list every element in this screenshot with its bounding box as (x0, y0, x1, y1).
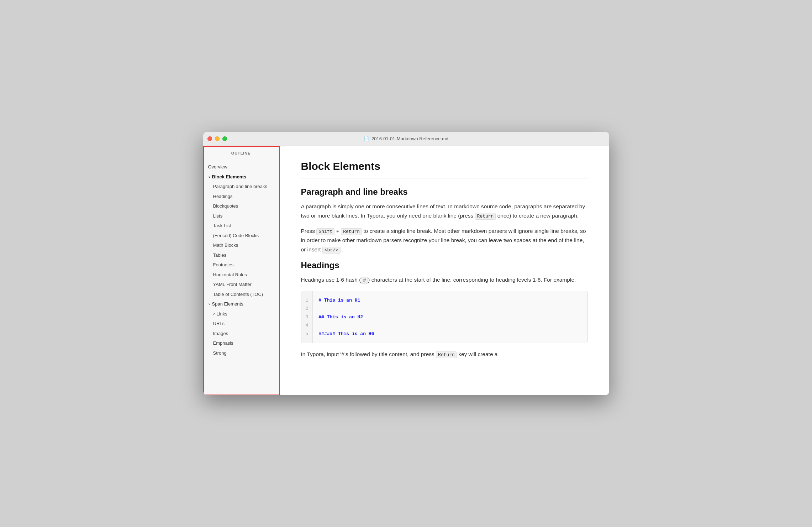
sidebar-item-strong-label: Strong (213, 350, 227, 357)
code-line-4 (318, 321, 374, 329)
sidebar-item-tables-label: Tables (213, 252, 227, 259)
close-button[interactable] (207, 136, 212, 141)
line-num-2: 2 (306, 304, 309, 313)
sidebar-item-block-elements-label: Block Elements (212, 173, 247, 181)
code-line-3: ## This is an H2 (318, 313, 374, 321)
sidebar-item-urls[interactable]: URLs (203, 319, 279, 329)
sidebar-item-overview-label: Overview (208, 163, 227, 171)
sidebar-item-math-blocks[interactable]: Math Blocks (203, 240, 279, 250)
sidebar-item-yaml[interactable]: YAML Front Matter (203, 280, 279, 289)
sidebar-item-images[interactable]: Images (203, 329, 279, 339)
inline-code-return-3: Return (436, 351, 457, 358)
line-num-3: 3 (306, 313, 309, 321)
minimize-button[interactable] (215, 136, 220, 141)
sidebar-item-code-blocks-label: (Fenced) Code Blocks (213, 232, 259, 239)
sidebar-item-span-elements-label: Span Elements (212, 301, 243, 308)
sidebar-item-tables[interactable]: Tables (203, 250, 279, 260)
sidebar-item-task-list[interactable]: Task List (203, 221, 279, 231)
window-title: 📄 2016-01-01-Markdown Reference.md (364, 136, 448, 141)
sidebar-item-lists[interactable]: Lists (203, 211, 279, 221)
code-line-2 (318, 304, 374, 313)
code-block-headings: 1 2 3 4 5 # This is an H1 ## This is an … (301, 291, 588, 343)
line-num-5: 5 (306, 330, 309, 338)
traffic-lights (207, 136, 227, 141)
main-heading: Block Elements (301, 160, 588, 178)
headings-description: Headings use 1-6 hash (#) characters at … (301, 275, 588, 285)
sidebar-item-blockquotes[interactable]: Blockquotes (203, 201, 279, 211)
sidebar-item-emphasis-label: Emphasis (213, 340, 233, 347)
sidebar-item-task-list-label: Task List (213, 222, 231, 229)
sidebar-item-links-label: Links (216, 311, 227, 318)
line-num-4: 4 (306, 321, 309, 329)
window-title-text: 2016-01-01-Markdown Reference.md (371, 136, 448, 141)
sidebar-item-span-elements[interactable]: ∨ Span Elements (203, 299, 279, 309)
inline-code-br: <br/> (322, 247, 341, 254)
inline-code-shift: Shift (316, 228, 334, 235)
titlebar: 📄 2016-01-01-Markdown Reference.md (203, 132, 609, 146)
arrow-right-icon: > (213, 311, 215, 317)
inline-code-return-2: Return (341, 228, 362, 235)
section-heading-headings: Headings (301, 260, 588, 270)
sidebar-item-yaml-label: YAML Front Matter (213, 281, 252, 288)
sidebar: OUTLINE Overview ∨ Block Elements Paragr… (203, 146, 280, 395)
inline-code-return-1: Return (475, 213, 496, 220)
sidebar-item-block-elements[interactable]: ∨ Block Elements (203, 172, 279, 182)
sidebar-item-urls-label: URLs (213, 320, 225, 327)
main-layout: OUTLINE Overview ∨ Block Elements Paragr… (203, 146, 609, 395)
chevron-down-icon: ∨ (208, 174, 211, 179)
paragraph-text-1: A paragraph is simply one or more consec… (301, 202, 588, 221)
code-content: # This is an H1 ## This is an H2 ###### … (313, 291, 380, 343)
content-area: Block Elements Paragraph and line breaks… (280, 146, 609, 395)
sidebar-item-overview[interactable]: Overview (203, 162, 279, 172)
sidebar-item-code-blocks[interactable]: (Fenced) Code Blocks (203, 231, 279, 241)
code-block-inner: 1 2 3 4 5 # This is an H1 ## This is an … (301, 291, 587, 343)
sidebar-item-blockquotes-label: Blockquotes (213, 203, 238, 210)
sidebar-item-footnotes-label: Footnotes (213, 261, 234, 268)
paragraph-text-2: Press Shift + Return to create a single … (301, 226, 588, 255)
sidebar-title: OUTLINE (203, 146, 279, 159)
code-line-5: ###### This is an H6 (318, 330, 374, 338)
headings-after-code: In Typora, input '#'s followed by title … (301, 350, 588, 359)
sidebar-item-images-label: Images (213, 330, 228, 337)
sidebar-item-headings[interactable]: Headings (203, 192, 279, 202)
code-line-1: # This is an H1 (318, 296, 374, 304)
sidebar-item-emphasis[interactable]: Emphasis (203, 338, 279, 348)
sidebar-item-links[interactable]: > Links (203, 309, 279, 319)
chevron-down-icon-span: ∨ (208, 301, 211, 307)
sidebar-item-toc[interactable]: Table of Contents (TOC) (203, 289, 279, 299)
sidebar-item-paragraph-label: Paragraph and line breaks (213, 183, 268, 190)
sidebar-item-headings-label: Headings (213, 193, 233, 200)
line-numbers: 1 2 3 4 5 (301, 291, 313, 343)
line-num-1: 1 (306, 296, 309, 304)
maximize-button[interactable] (222, 136, 227, 141)
sidebar-item-toc-label: Table of Contents (TOC) (213, 291, 263, 298)
sidebar-item-strong[interactable]: Strong (203, 348, 279, 358)
app-window: 📄 2016-01-01-Markdown Reference.md OUTLI… (203, 132, 609, 395)
sidebar-item-footnotes[interactable]: Footnotes (203, 260, 279, 270)
section-heading-paragraph: Paragraph and line breaks (301, 187, 588, 197)
doc-icon: 📄 (364, 136, 369, 141)
inline-code-hash: # (361, 277, 368, 284)
sidebar-item-lists-label: Lists (213, 213, 223, 220)
sidebar-item-math-blocks-label: Math Blocks (213, 242, 238, 249)
sidebar-item-horizontal-rules[interactable]: Horizontal Rules (203, 270, 279, 280)
sidebar-item-paragraph[interactable]: Paragraph and line breaks (203, 182, 279, 192)
sidebar-item-horizontal-rules-label: Horizontal Rules (213, 271, 247, 278)
